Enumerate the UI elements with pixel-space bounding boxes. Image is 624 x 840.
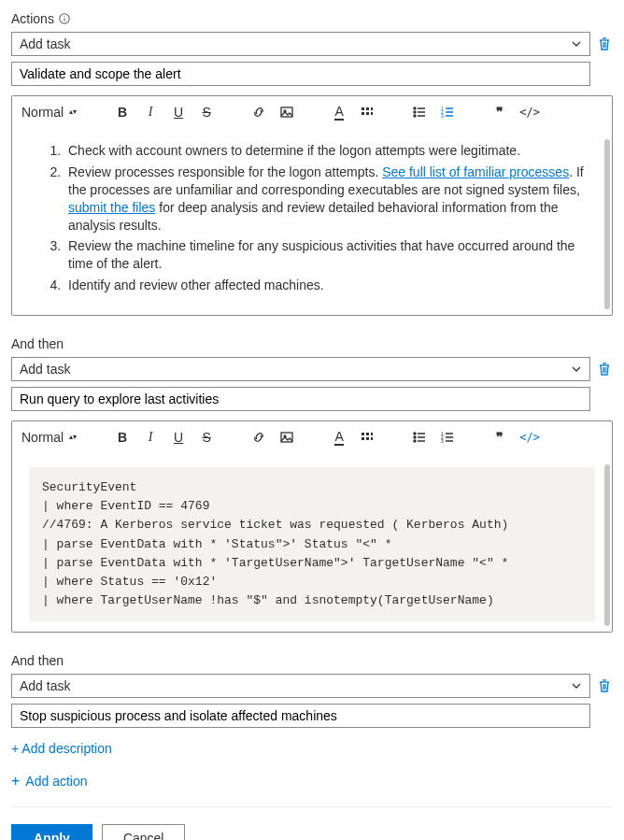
- paragraph-style-dropdown[interactable]: Normal ▴▾: [21, 104, 78, 121]
- strikethrough-button[interactable]: S: [198, 104, 215, 121]
- bullet-list-button[interactable]: [411, 429, 428, 446]
- code-button[interactable]: </>: [521, 104, 538, 121]
- add-description-link[interactable]: + Add description: [11, 737, 613, 760]
- familiar-processes-link[interactable]: See full list of familiar processes: [382, 164, 569, 179]
- svg-rect-29: [366, 437, 369, 440]
- list-item: Review processes responsible for the log…: [64, 164, 595, 235]
- and-then-label: And then: [11, 336, 613, 351]
- bullet-list-button[interactable]: [411, 104, 428, 121]
- svg-point-36: [414, 440, 416, 442]
- font-color-button[interactable]: A: [331, 429, 347, 446]
- svg-rect-9: [366, 112, 369, 115]
- paragraph-style-dropdown[interactable]: Normal ▴▾: [21, 429, 78, 446]
- svg-rect-10: [371, 112, 373, 115]
- action-type-dropdown[interactable]: Add task: [11, 32, 590, 56]
- dropdown-label: Add task: [20, 678, 70, 693]
- svg-text:3: 3: [441, 438, 444, 444]
- svg-rect-7: [371, 107, 373, 110]
- svg-rect-23: [281, 433, 292, 442]
- rich-text-editor: Normal ▴▾ B I U S A: [11, 95, 613, 316]
- underline-button[interactable]: U: [170, 104, 187, 121]
- delete-action-button[interactable]: [596, 677, 613, 694]
- cancel-button[interactable]: Cancel: [102, 824, 186, 840]
- dropdown-label: Add task: [20, 36, 70, 51]
- rich-text-editor: Normal ▴▾ B I U S A: [11, 420, 613, 633]
- svg-point-34: [414, 433, 416, 434]
- numbered-list-button[interactable]: 123: [439, 429, 456, 446]
- svg-rect-28: [362, 437, 364, 440]
- paragraph-style-label: Normal: [21, 105, 64, 120]
- delete-action-button[interactable]: [596, 361, 613, 377]
- underline-button[interactable]: U: [170, 429, 187, 446]
- svg-point-14: [414, 107, 416, 109]
- and-then-label: And then: [11, 653, 613, 668]
- strikethrough-button[interactable]: S: [198, 429, 215, 446]
- link-button[interactable]: [250, 429, 267, 446]
- svg-rect-26: [366, 433, 369, 435]
- font-color-button[interactable]: A: [331, 104, 347, 121]
- list-item: Identify and review other affected machi…: [64, 277, 595, 294]
- svg-rect-6: [366, 107, 369, 110]
- editor-toolbar: Normal ▴▾ B I U S A: [12, 421, 612, 454]
- task-title-input[interactable]: [11, 387, 590, 411]
- italic-button[interactable]: I: [142, 104, 159, 121]
- dropdown-label: Add task: [20, 362, 70, 377]
- svg-rect-5: [362, 107, 364, 110]
- highlight-button[interactable]: [359, 429, 376, 446]
- divider: [11, 806, 613, 807]
- image-button[interactable]: [278, 429, 295, 446]
- bold-button[interactable]: B: [114, 429, 131, 446]
- chevron-down-icon: [571, 363, 582, 375]
- action-type-dropdown[interactable]: Add task: [11, 674, 590, 698]
- add-action-label: Add action: [25, 774, 87, 789]
- list-item: Check with account owners to determine i…: [64, 142, 595, 160]
- svg-rect-27: [371, 433, 373, 435]
- chevron-down-icon: [571, 38, 582, 50]
- numbered-list-button[interactable]: 123: [439, 104, 456, 121]
- svg-text:3: 3: [441, 113, 444, 119]
- svg-rect-30: [371, 437, 373, 440]
- italic-button[interactable]: I: [142, 429, 159, 446]
- ordered-steps-list: Check with account owners to determine i…: [29, 142, 595, 294]
- section-heading-actions: Actions: [11, 11, 613, 26]
- bold-button[interactable]: B: [114, 104, 131, 121]
- paragraph-style-label: Normal: [21, 430, 64, 445]
- query-code-block: SecurityEvent | where EventID == 4769 //…: [29, 467, 595, 621]
- footer-buttons: Apply Cancel: [11, 824, 613, 840]
- editor-content-area[interactable]: SecurityEvent | where EventID == 4769 //…: [12, 454, 612, 632]
- svg-point-2: [64, 16, 64, 17]
- delete-action-button[interactable]: [596, 36, 613, 52]
- task-title-input[interactable]: [11, 704, 590, 728]
- svg-rect-8: [362, 112, 364, 115]
- updown-icon: ▴▾: [69, 435, 78, 439]
- task-title-input[interactable]: [11, 62, 590, 86]
- updown-icon: ▴▾: [69, 110, 78, 114]
- submit-files-link[interactable]: submit the files: [68, 200, 155, 215]
- svg-rect-25: [362, 433, 364, 435]
- quote-button[interactable]: ❞: [491, 429, 508, 446]
- quote-button[interactable]: ❞: [491, 104, 508, 121]
- image-button[interactable]: [278, 104, 295, 121]
- list-item: Review the machine timeline for any susp…: [64, 237, 595, 273]
- chevron-down-icon: [571, 680, 582, 691]
- svg-point-15: [414, 111, 416, 113]
- action-type-dropdown[interactable]: Add task: [11, 357, 590, 381]
- info-icon[interactable]: [58, 12, 71, 25]
- highlight-button[interactable]: [359, 104, 376, 121]
- editor-content-area[interactable]: Check with account owners to determine i…: [12, 129, 612, 315]
- plus-icon: +: [11, 773, 20, 790]
- svg-point-16: [414, 115, 416, 117]
- editor-toolbar: Normal ▴▾ B I U S A: [12, 96, 612, 129]
- code-button[interactable]: </>: [521, 429, 538, 446]
- apply-button[interactable]: Apply: [11, 824, 92, 840]
- svg-rect-3: [281, 107, 292, 117]
- svg-point-35: [414, 436, 416, 438]
- text: Review processes responsible for the log…: [68, 164, 382, 179]
- add-action-link[interactable]: + Add action: [11, 769, 613, 793]
- link-button[interactable]: [250, 104, 267, 121]
- actions-label: Actions: [11, 11, 54, 26]
